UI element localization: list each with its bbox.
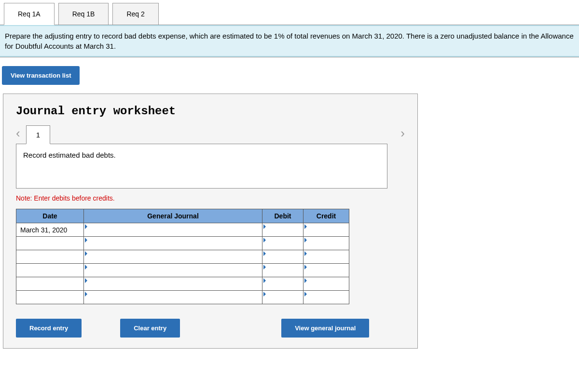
cell-debit[interactable] xyxy=(262,291,303,304)
cell-credit[interactable] xyxy=(303,223,349,237)
col-header-general-journal: General Journal xyxy=(84,209,262,223)
cell-credit[interactable] xyxy=(303,237,349,250)
action-row: Record entry Clear entry View general jo… xyxy=(16,319,405,338)
cell-debit[interactable] xyxy=(262,237,303,250)
instruction-text: Prepare the adjusting entry to record ba… xyxy=(0,25,579,57)
cell-date[interactable] xyxy=(16,277,84,291)
view-general-journal-button[interactable]: View general journal xyxy=(281,319,369,338)
cell-general-journal[interactable] xyxy=(84,223,262,237)
table-row xyxy=(16,250,349,264)
cell-credit[interactable] xyxy=(303,250,349,264)
cell-general-journal[interactable] xyxy=(84,277,262,291)
cell-general-journal[interactable] xyxy=(84,237,262,250)
tab-req-2[interactable]: Req 2 xyxy=(112,3,158,25)
tab-bar: Req 1A Req 1B Req 2 xyxy=(0,0,579,25)
col-header-debit: Debit xyxy=(262,209,303,223)
table-row: March 31, 2020 xyxy=(16,223,349,237)
record-entry-button[interactable]: Record entry xyxy=(16,319,82,338)
cell-date[interactable]: March 31, 2020 xyxy=(16,223,84,237)
journal-table: Date General Journal Debit Credit March … xyxy=(16,209,349,304)
cell-date[interactable] xyxy=(16,250,84,264)
tab-req-1b[interactable]: Req 1B xyxy=(58,3,109,25)
cell-date[interactable] xyxy=(16,291,84,304)
cell-general-journal[interactable] xyxy=(84,291,262,304)
cell-debit[interactable] xyxy=(262,264,303,277)
cell-debit[interactable] xyxy=(262,223,303,237)
note-text: Note: Enter debits before credits. xyxy=(16,194,405,202)
cell-general-journal[interactable] xyxy=(84,250,262,264)
cell-date[interactable] xyxy=(16,264,84,277)
table-row xyxy=(16,291,349,304)
col-header-credit: Credit xyxy=(303,209,349,223)
entry-description: Record estimated bad debts. xyxy=(16,144,387,189)
cell-debit[interactable] xyxy=(262,250,303,264)
chevron-right-icon[interactable]: › xyxy=(400,126,405,144)
col-header-date: Date xyxy=(16,209,84,223)
tab-req-1a[interactable]: Req 1A xyxy=(4,3,55,25)
view-transaction-list-button[interactable]: View transaction list xyxy=(2,66,80,85)
cell-credit[interactable] xyxy=(303,277,349,291)
worksheet-page-tab[interactable]: 1 xyxy=(26,125,50,144)
worksheet-title: Journal entry worksheet xyxy=(16,105,405,118)
cell-general-journal[interactable] xyxy=(84,264,262,277)
table-row xyxy=(16,237,349,250)
clear-entry-button[interactable]: Clear entry xyxy=(120,319,180,338)
journal-worksheet-panel: Journal entry worksheet ‹ 1 › Record est… xyxy=(3,94,418,349)
table-row xyxy=(16,277,349,291)
cell-credit[interactable] xyxy=(303,291,349,304)
table-row xyxy=(16,264,349,277)
cell-credit[interactable] xyxy=(303,264,349,277)
chevron-left-icon[interactable]: ‹ xyxy=(16,126,20,144)
cell-debit[interactable] xyxy=(262,277,303,291)
cell-date[interactable] xyxy=(16,237,84,250)
